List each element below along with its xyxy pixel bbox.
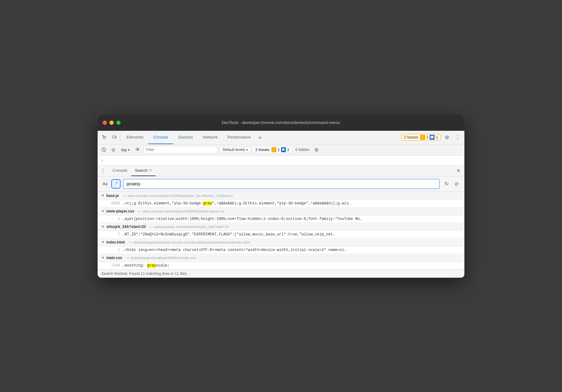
clear-console-btn[interactable] — [100, 146, 108, 153]
expand-triangle-icon: ▼ — [101, 225, 104, 228]
title-bar: DevTools - developer.chrome.com/docs/dev… — [98, 115, 464, 131]
context-label: top — [121, 148, 127, 152]
main-tab-list: Elements Console Sources Network Perform… — [122, 130, 401, 144]
minimize-button[interactable] — [109, 121, 114, 125]
result-file-header[interactable]: ▼ xHusjrb_34A?start=33 — www.youtube.com… — [98, 223, 464, 231]
filter-input[interactable] — [143, 146, 218, 153]
tab-network[interactable]: Network — [198, 130, 223, 144]
line-content: …=c);g.O(this.element,"ytp-3d-badge-grey… — [122, 201, 461, 206]
file-name: index.html — [106, 240, 125, 244]
no-icon-btn[interactable]: ⊘ — [109, 146, 117, 153]
tab-elements[interactable]: Elements — [122, 130, 148, 144]
settings-btn[interactable]: ⚙ — [443, 133, 451, 142]
main-toolbar: Elements Console Sources Network Perform… — [98, 131, 464, 144]
file-url: tests/changes/localhost:8080/css/main.cs… — [131, 256, 196, 260]
case-sensitive-btn[interactable]: Aa — [101, 180, 109, 188]
info-icon: 💬 — [430, 135, 435, 140]
close-panel-btn[interactable]: ✕ — [454, 167, 462, 174]
svg-line-3 — [103, 149, 105, 151]
result-line[interactable]: 1 …<html lang=en><head><meta charset=UTF… — [98, 247, 464, 254]
device-toggle-btn[interactable] — [110, 133, 119, 142]
results-area: ▼ base.js — www.youtube.com/s/player/c40… — [98, 192, 464, 269]
expand-triangle-icon: ▼ — [101, 256, 104, 259]
line-content: …moothing: grayscale; — [122, 263, 461, 268]
pill-warn-count: 1 — [278, 148, 280, 152]
levels-label: Default levels — [223, 148, 245, 152]
warn-count: 1 — [426, 135, 429, 139]
panel-search-label: Search — [135, 168, 148, 173]
svg-rect-0 — [113, 136, 115, 138]
issues-pill-label: 2 Issues: — [255, 148, 270, 152]
panel-console-label: Console — [113, 168, 127, 173]
line-number: 1 — [108, 217, 120, 221]
issues-pill[interactable]: 2 Issues: ! 1 💬 1 — [252, 146, 292, 153]
traffic-lights — [103, 121, 121, 125]
chevron-row: › — [98, 156, 464, 165]
window-title: DevTools - developer.chrome.com/docs/dev… — [222, 120, 340, 125]
more-options-btn[interactable]: ⋮ — [453, 133, 462, 142]
inspect-element-btn[interactable] — [100, 133, 109, 142]
expand-triangle-icon: ▼ — [101, 194, 104, 197]
line-number: 7249 — [108, 263, 120, 268]
line-number: 8635 — [108, 201, 120, 206]
line-number: 1 — [108, 248, 120, 252]
devtools-window: DevTools - developer.chrome.com/docs/dev… — [98, 115, 464, 278]
tab-performance[interactable]: Performance — [223, 130, 256, 144]
status-bar: Search finished. Found 11 matching lines… — [98, 269, 464, 278]
maximize-button[interactable] — [116, 121, 121, 125]
file-name: xHusjrb_34A?start=33 — [106, 225, 146, 229]
file-url: www.youtube.com/embed/xHusjrb_34A?start=… — [154, 225, 228, 229]
result-line[interactable]: 8635 …=c);g.O(this.element,"ytp-3d-badge… — [98, 200, 464, 207]
toolbar-divider — [120, 134, 120, 141]
search-action-buttons: ↻ ⊘ — [442, 180, 461, 188]
toolbar-left — [100, 133, 119, 142]
panel-more-btn[interactable]: ⋮ — [100, 165, 106, 176]
close-button[interactable] — [103, 121, 107, 125]
line-content: …<html lang=en><head><meta charset=UTF-8… — [122, 248, 461, 252]
issues-badge[interactable]: 2 Issues: ! 1 💬 1 — [401, 134, 441, 141]
expand-chevron-btn[interactable]: › — [101, 158, 103, 163]
result-line[interactable]: 1 …ayer{position:relative;width:100%;hei… — [98, 216, 464, 223]
result-file-header[interactable]: ▼ base.js — www.youtube.com/s/player/c40… — [98, 192, 464, 200]
pill-info-icon: 💬 — [281, 147, 286, 152]
info-count: 1 — [436, 135, 438, 139]
panel-tabs: ⋮ Console Search × ✕ — [98, 165, 464, 176]
result-line[interactable]: 7 …NT_ID":"2OeQYs2rNcSnW8yxpLgD","EXPERI… — [98, 231, 464, 238]
expand-triangle-icon: ▼ — [101, 209, 104, 213]
tab-console[interactable]: Console — [148, 130, 173, 144]
line-content: …ayer{position:relative;width:100%;heigh… — [122, 217, 461, 221]
line-number: 7 — [108, 232, 120, 237]
context-dropdown[interactable]: top ▾ — [119, 147, 132, 153]
file-name: main.css — [106, 256, 122, 260]
result-file-header[interactable]: ▼ www-player.css — www.youtube.com/s/pla… — [98, 207, 464, 216]
svg-rect-1 — [115, 136, 116, 138]
regex-icon: .* — [114, 181, 118, 187]
search-input[interactable] — [123, 179, 440, 189]
toolbar-right: 2 Issues: ! 1 💬 1 ⚙ ⋮ — [401, 133, 462, 142]
file-url: www.youtube.com/s/player/c403842a/player… — [128, 194, 233, 198]
refresh-search-btn[interactable]: ↻ — [442, 180, 451, 188]
result-line[interactable]: 7249 …moothing: grayscale; — [98, 262, 464, 269]
panel-tab-console[interactable]: Console — [109, 165, 131, 176]
panel-tab-search[interactable]: Search × — [131, 165, 155, 176]
tab-sources[interactable]: Sources — [173, 130, 198, 144]
warning-icon: ! — [420, 135, 425, 140]
search-input-wrap — [123, 179, 440, 189]
search-tab-close-btn[interactable]: × — [150, 168, 152, 172]
file-name: www-player.css — [106, 209, 134, 213]
result-file-header[interactable]: ▼ index.html — tests/changes/developer.c… — [98, 238, 464, 247]
expand-triangle-icon: ▼ — [101, 240, 104, 244]
line-content: …NT_ID":"2OeQYs2rNcSnW8yxpLgD","EXPERIME… — [122, 232, 461, 237]
file-url: www.youtube.com/s/player/c403842a/www-pl… — [143, 209, 224, 213]
panel-tabs-right: ✕ — [454, 167, 462, 174]
more-tabs-btn[interactable]: » — [256, 133, 265, 142]
result-file-header[interactable]: ▼ main.css — tests/changes/localhost:808… — [98, 254, 464, 262]
search-area: Aa .* ↻ ⊘ — [98, 176, 464, 192]
issues-label: 2 Issues: — [404, 135, 419, 139]
pill-info-count: 1 — [287, 148, 289, 152]
console-settings-icon[interactable]: ⚙ — [313, 146, 320, 153]
cancel-search-btn[interactable]: ⊘ — [452, 180, 461, 188]
levels-dropdown[interactable]: Default levels ▾ — [220, 147, 251, 153]
regex-btn[interactable]: .* — [111, 179, 121, 189]
eye-icon[interactable]: 👁 — [134, 146, 141, 153]
